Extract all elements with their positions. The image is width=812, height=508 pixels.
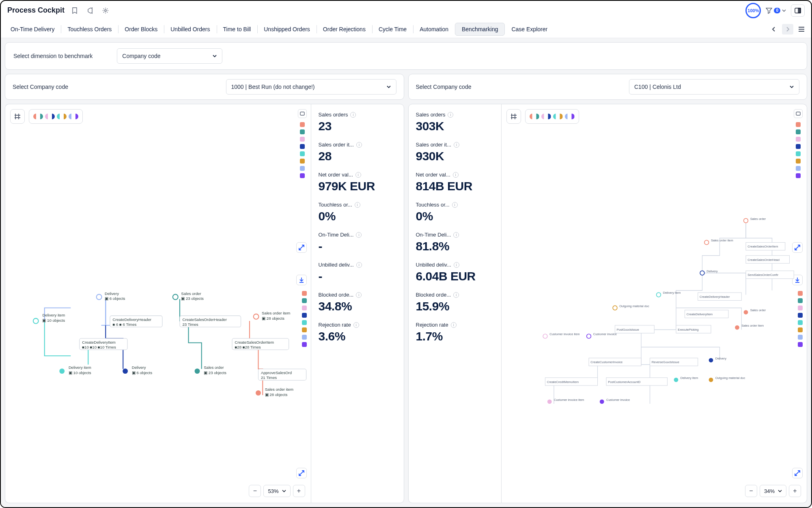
- gear-icon[interactable]: [100, 5, 111, 16]
- chevron-down-icon: [386, 84, 391, 89]
- svg-text:CreateCustomerInvoice: CreateCustomerInvoice: [590, 360, 622, 364]
- metric: Net order val...i979K EUR: [319, 172, 396, 193]
- metric-label: Rejection rate: [416, 322, 448, 328]
- process-diagram: Sales order Sales order item CreateSales…: [502, 104, 807, 503]
- svg-point-64: [743, 310, 748, 314]
- tab-case-explorer[interactable]: Case Explorer: [505, 23, 554, 36]
- expand-icon[interactable]: [296, 468, 307, 478]
- zoom-in-button[interactable]: +: [293, 485, 305, 497]
- page-title: Process Cockpit: [7, 6, 65, 15]
- filter-button[interactable]: 0: [766, 7, 786, 14]
- svg-rect-68: [676, 325, 711, 333]
- metric-value: 6.04B EUR: [416, 269, 494, 283]
- metric-label: Sales orders: [319, 112, 348, 118]
- zoom-out-button[interactable]: −: [249, 485, 261, 497]
- svg-text:PostGoodsIssue: PostGoodsIssue: [616, 328, 639, 331]
- tab-unbilled-orders[interactable]: Unbilled Orders: [164, 23, 216, 36]
- tabs-menu-icon[interactable]: [796, 24, 807, 34]
- collapse-down-icon[interactable]: [792, 275, 803, 285]
- tab-touchless-orders[interactable]: Touchless Orders: [61, 23, 118, 36]
- svg-text:21 Times: 21 Times: [261, 375, 277, 380]
- coverage-badge[interactable]: 100%: [745, 3, 761, 18]
- metric-label: On-Time Deli...: [416, 232, 451, 238]
- color-legend[interactable]: [29, 109, 83, 124]
- tabs-scroll-left-icon[interactable]: [768, 24, 780, 34]
- metric: Sales ordersi303K: [416, 112, 494, 133]
- tab-benchmarking[interactable]: Benchmarking: [455, 23, 505, 36]
- svg-text:CreateDeliveryItem: CreateDeliveryItem: [82, 340, 116, 344]
- expand-icon[interactable]: [792, 468, 803, 478]
- tab-automation[interactable]: Automation: [413, 23, 455, 36]
- svg-text:■10 ■10 ■10 Times: ■10 ■10 ■10 Times: [82, 345, 116, 349]
- color-stack: [798, 291, 803, 347]
- info-icon[interactable]: i: [356, 292, 362, 298]
- panel-toggle-icon[interactable]: [791, 4, 805, 17]
- info-icon[interactable]: i: [355, 172, 361, 178]
- metric-value: 15.9%: [416, 299, 494, 313]
- info-icon[interactable]: i: [453, 172, 459, 178]
- svg-text:Delivery: Delivery: [715, 357, 726, 360]
- tab-bar: On-Time Delivery Touchless Orders Order …: [1, 20, 811, 38]
- info-icon[interactable]: i: [448, 112, 453, 118]
- left-company-select[interactable]: 1000 | Best Run (do not change!): [226, 79, 396, 95]
- info-icon[interactable]: i: [454, 262, 459, 268]
- zoom-select[interactable]: 53%: [263, 485, 290, 497]
- graph-view-toggle[interactable]: [794, 109, 803, 118]
- zoom-select[interactable]: 34%: [760, 485, 786, 497]
- svg-rect-66: [615, 325, 654, 333]
- tab-time-to-bill[interactable]: Time to Bill: [217, 23, 258, 36]
- svg-text:■ 6 ■ 6 Times: ■ 6 ■ 6 Times: [112, 322, 136, 327]
- chevron-down-icon: [212, 54, 217, 58]
- info-icon[interactable]: i: [451, 322, 457, 328]
- svg-point-74: [586, 334, 591, 338]
- svg-text:Delivery item: Delivery item: [42, 313, 65, 317]
- info-icon[interactable]: i: [452, 202, 458, 208]
- svg-rect-58: [698, 293, 741, 300]
- zoom-in-button[interactable]: +: [789, 485, 801, 497]
- share-icon[interactable]: [85, 5, 95, 16]
- info-icon[interactable]: i: [356, 142, 362, 148]
- zoom-out-button[interactable]: −: [745, 485, 757, 497]
- tab-order-blocks[interactable]: Order Blocks: [118, 23, 164, 36]
- graph-view-toggle[interactable]: [298, 109, 307, 118]
- info-icon[interactable]: i: [453, 292, 459, 298]
- right-company-select[interactable]: C100 | Celonis Ltd: [629, 79, 799, 95]
- metric: On-Time Deli...i-: [319, 232, 396, 253]
- svg-text:Sales order: Sales order: [204, 365, 224, 370]
- info-icon[interactable]: i: [453, 232, 459, 238]
- tab-unshipped-orders[interactable]: Unshipped Orders: [257, 23, 317, 36]
- bookmark-icon[interactable]: [69, 5, 80, 16]
- svg-text:ApproveSalesOrd: ApproveSalesOrd: [261, 370, 292, 375]
- hash-button[interactable]: [10, 109, 25, 124]
- svg-text:PostCustomerAccountD: PostCustomerAccountD: [608, 380, 641, 384]
- svg-rect-2: [798, 8, 801, 13]
- info-icon[interactable]: i: [454, 142, 459, 148]
- metric: On-Time Deli...i81.8%: [416, 232, 494, 253]
- metric: Touchless or...i0%: [416, 202, 494, 223]
- tab-order-rejections[interactable]: Order Rejections: [317, 23, 372, 36]
- expand-icon[interactable]: [296, 242, 307, 253]
- info-icon[interactable]: i: [355, 202, 360, 208]
- info-icon[interactable]: i: [350, 112, 356, 118]
- svg-text:CreateSalesOrderItem: CreateSalesOrderItem: [235, 340, 274, 344]
- svg-rect-78: [650, 358, 698, 366]
- right-company-label: Select Company code: [416, 84, 472, 90]
- info-icon[interactable]: i: [356, 262, 362, 268]
- svg-text:▣ 10 objects: ▣ 10 objects: [42, 318, 65, 323]
- svg-text:CreateDeliveryHeader: CreateDeliveryHeader: [112, 317, 151, 322]
- svg-point-16: [59, 368, 65, 374]
- metric-label: Touchless or...: [416, 202, 450, 208]
- filter-count: 0: [774, 8, 780, 13]
- left-process-graph[interactable]: Delivery item▣ 10 objects Delivery▣ 6 ob…: [5, 104, 311, 503]
- benchmark-dimension-select[interactable]: Company code: [117, 48, 222, 64]
- benchmark-dimension-label: Select dimension to benchmark: [13, 53, 93, 59]
- info-icon[interactable]: i: [356, 232, 362, 238]
- collapse-down-icon[interactable]: [296, 275, 307, 285]
- hash-button[interactable]: [506, 109, 521, 124]
- color-legend[interactable]: [525, 109, 579, 124]
- expand-icon[interactable]: [792, 242, 803, 253]
- tab-cycle-time[interactable]: Cycle Time: [372, 23, 413, 36]
- tab-on-time-delivery[interactable]: On-Time Delivery: [4, 23, 61, 36]
- info-icon[interactable]: i: [353, 322, 359, 328]
- right-process-graph[interactable]: Sales order Sales order item CreateSales…: [502, 104, 808, 503]
